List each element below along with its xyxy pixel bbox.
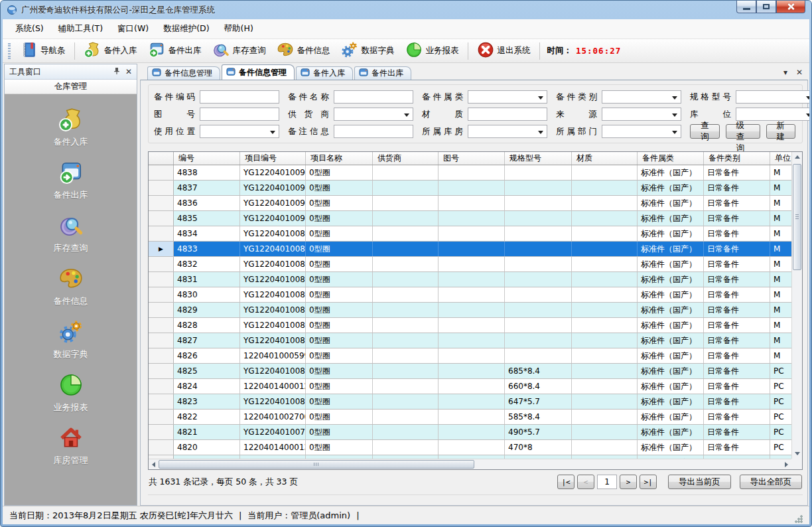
table-row[interactable]: 4825YG122040100810型圈685*8.4标准件（国产）日常备件PC — [149, 364, 791, 379]
scroll-up-button[interactable] — [792, 152, 802, 162]
toolbar-parts-in-button[interactable]: 备件入库 — [78, 39, 143, 62]
advanced-query-button[interactable]: 高级查询 — [726, 124, 760, 139]
table-row[interactable]: 4838YG122040100930型圈标准件（国产）日常备件M — [149, 165, 791, 181]
sidebar-item-parts-out[interactable]: 备件出库 — [5, 154, 137, 207]
warehouse-select[interactable] — [468, 125, 547, 138]
row-selector[interactable] — [149, 394, 174, 409]
table-row[interactable]: 4835YG122040100900型圈标准件（国产）日常备件M — [149, 211, 791, 226]
remark-input[interactable] — [334, 125, 413, 138]
column-header-1[interactable]: 项目编号 — [240, 152, 306, 165]
maximize-button[interactable] — [756, 1, 776, 13]
table-row[interactable]: 4821YG122040100790型圈490*5.7标准件（国产）日常备件PC — [149, 425, 791, 440]
row-selector[interactable] — [149, 257, 174, 271]
location-select[interactable] — [736, 108, 809, 121]
row-selector[interactable] — [149, 211, 174, 226]
tab-close-icon[interactable]: ✕ — [796, 68, 803, 77]
drawing-no-input[interactable] — [200, 108, 279, 121]
column-header-8[interactable]: 备件类别 — [704, 152, 770, 165]
column-header-3[interactable]: 供货商 — [373, 152, 439, 165]
prev-page-button[interactable]: < — [577, 475, 594, 489]
parts-category-select[interactable] — [468, 90, 547, 104]
scroll-right-button[interactable] — [781, 459, 791, 469]
sidebar-item-data-dict[interactable]: 数据字典 — [5, 313, 137, 366]
parts-type-select[interactable] — [602, 90, 681, 104]
export-all-pages-button[interactable]: 导出全部页 — [740, 475, 803, 489]
spec-model-select[interactable] — [736, 90, 809, 104]
table-row[interactable]: 482012204014000130型圈470*8标准件（国产）日常备件PC — [149, 440, 791, 455]
sidebar-item-warehouse[interactable]: 库房管理 — [5, 419, 137, 473]
tab-0[interactable]: 备件信息管理 — [147, 66, 220, 80]
first-page-button[interactable]: |< — [557, 475, 575, 489]
table-row[interactable]: 4837YG122040100920型圈标准件（国产）日常备件M — [149, 181, 791, 196]
menu-item-1[interactable]: 辅助工具(T) — [51, 20, 110, 38]
query-button[interactable]: 查询 — [690, 124, 720, 139]
table-row[interactable]: 4831YG122040100860型圈标准件（国产）日常备件M — [149, 272, 791, 287]
app-icon[interactable] — [7, 5, 17, 15]
row-selector[interactable] — [149, 303, 174, 317]
column-header-4[interactable]: 图号 — [439, 152, 505, 165]
toolbar-navbar-button[interactable]: 导航条 — [15, 39, 71, 62]
row-selector[interactable] — [149, 196, 174, 210]
pin-icon[interactable] — [113, 67, 121, 76]
column-header-2[interactable]: 项目名称 — [306, 152, 373, 165]
column-header-6[interactable]: 材质 — [572, 152, 638, 165]
row-selector[interactable]: ▶ — [149, 242, 174, 256]
supplier-select[interactable] — [334, 108, 413, 121]
titlebar[interactable]: 广州爱奇迪软件科技有限公司-深田之星仓库管理系统 — [1, 1, 811, 19]
column-header-7[interactable]: 备件属类 — [638, 152, 704, 165]
row-selector[interactable] — [149, 333, 174, 348]
column-header-5[interactable]: 规格型号 — [505, 152, 572, 165]
row-selector[interactable] — [149, 410, 174, 424]
sidebar-item-stock-query[interactable]: 库存查询 — [5, 207, 137, 260]
menu-item-0[interactable]: 系统(S) — [8, 20, 51, 38]
table-row[interactable]: 482412204014000120型圈660*8.4标准件（国产）日常备件PC — [149, 379, 791, 394]
scroll-down-button[interactable] — [792, 449, 802, 459]
menu-item-3[interactable]: 数据维护(D) — [156, 20, 216, 38]
vertical-scrollbar[interactable] — [791, 152, 802, 459]
close-button[interactable] — [776, 1, 805, 13]
horizontal-scroll-thumb[interactable] — [159, 460, 474, 469]
menu-item-4[interactable]: 帮助(H) — [217, 20, 261, 38]
table-row[interactable]: 4832YG122040100870型圈标准件（国产）日常备件M — [149, 257, 791, 272]
table-row[interactable]: 4823YG122040100800型圈647*5.7标准件（国产）日常备件PC — [149, 394, 791, 410]
table-row[interactable]: 4834YG122040100890型圈标准件（国产）日常备件M — [149, 226, 791, 242]
parts-code-input[interactable] — [200, 90, 279, 104]
table-row[interactable]: 4828YG122040100830型圈标准件（国产）日常备件M — [149, 318, 791, 333]
toolbar-data-dict-button[interactable]: 数据字典 — [336, 39, 400, 62]
new-button[interactable]: 新建 — [766, 124, 796, 139]
menu-item-2[interactable]: 窗口(W) — [110, 20, 156, 38]
table-row[interactable]: 4830YG122040100850型圈标准件（国产）日常备件M — [149, 287, 791, 303]
next-page-button[interactable]: > — [620, 475, 637, 489]
minimize-button[interactable] — [736, 1, 756, 13]
toolbar-stock-query-button[interactable]: 库存查询 — [207, 39, 271, 62]
use-position-select[interactable] — [200, 125, 279, 138]
column-header-0[interactable]: 编号 — [174, 152, 240, 165]
row-selector[interactable] — [149, 348, 174, 363]
tab-3[interactable]: 备件出库 — [354, 66, 411, 80]
toolbar-parts-out-button[interactable]: 备件出库 — [143, 39, 207, 62]
row-selector[interactable] — [149, 165, 174, 180]
row-selector[interactable] — [149, 318, 174, 333]
row-selector[interactable] — [149, 181, 174, 195]
last-page-button[interactable]: >| — [640, 475, 657, 489]
panel-close-icon[interactable]: ✕ — [125, 68, 132, 76]
vertical-scroll-thumb[interactable] — [793, 164, 801, 270]
row-selector[interactable] — [149, 226, 174, 241]
toolbar-report-button[interactable]: 业务报表 — [400, 39, 464, 62]
row-selector[interactable] — [149, 425, 174, 439]
scroll-left-button[interactable] — [149, 459, 159, 469]
table-row[interactable]: 482612204010005990型圈标准件（国产）日常备件M — [149, 348, 791, 364]
row-selector[interactable] — [149, 287, 174, 302]
sidebar-item-report[interactable]: 业务报表 — [5, 366, 137, 419]
toolbar-exit-button[interactable]: 退出系统 — [472, 39, 536, 62]
horizontal-scrollbar[interactable] — [149, 459, 791, 469]
resize-grip[interactable] — [795, 515, 803, 523]
table-row[interactable]: ▶4833YG122040100880型圈标准件（国产）日常备件M — [149, 242, 791, 257]
tab-1[interactable]: 备件信息管理 — [222, 64, 295, 80]
row-selector[interactable] — [149, 364, 174, 378]
sidebar-item-parts-info[interactable]: 备件信息 — [5, 260, 137, 313]
material-input[interactable] — [468, 108, 547, 121]
tab-list-dropdown-icon[interactable]: ▾ — [783, 68, 787, 77]
table-row[interactable]: 4829YG122040100840型圈标准件（国产）日常备件M — [149, 303, 791, 318]
row-selector[interactable] — [149, 440, 174, 455]
